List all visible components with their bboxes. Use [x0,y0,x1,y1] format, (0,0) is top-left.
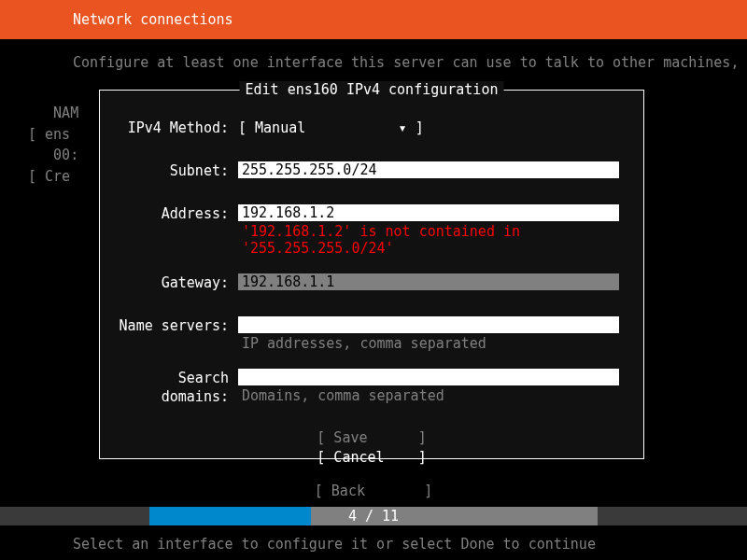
page-title: Network connections [73,11,233,28]
back-button[interactable]: [ Back ] [0,483,747,499]
cancel-button[interactable]: [ Cancel ] [317,448,426,468]
header-bar: Network connections [0,0,747,39]
bg-line: [ ens [28,124,78,146]
nameservers-hint: IP addresses, comma separated [238,333,630,352]
subnet-label: Subnet: [113,161,238,180]
ipv4-config-dialog: Edit ens160 IPv4 configuration IPv4 Meth… [99,90,644,459]
background-interface-list: NAM [ ens 00: [ Cre [28,103,78,187]
nameservers-input[interactable] [238,316,619,333]
gateway-label: Gateway: [113,273,238,292]
save-button[interactable]: [ Save ] [317,428,426,448]
address-error: '192.168.1.2' is not contained in '255.2… [238,221,630,257]
address-label: Address: [113,204,238,223]
searchdomains-hint: Domains, comma separated [238,385,630,404]
nameservers-label: Name servers: [113,316,238,335]
progress-text: 4 / 11 [0,508,747,525]
bg-line: [ Cre [28,166,78,188]
searchdomains-label: Search domains: [113,369,238,406]
footer-hint: Select an interface to configure it or s… [73,536,596,553]
bg-line: 00: [28,145,78,166]
address-input[interactable]: 192.168.1.2 [238,204,619,221]
method-label: IPv4 Method: [113,119,238,137]
subnet-input[interactable]: 255.255.255.0/24 [238,161,619,178]
dialog-title: Edit ens160 IPv4 configuration [240,81,504,98]
progress-area: 4 / 11 [0,507,747,525]
searchdomains-input[interactable] [238,369,619,385]
instruction-text: Configure at least one interface this se… [0,39,747,71]
method-select[interactable]: [ Manual ▾ ] [238,119,424,136]
gateway-input[interactable]: 192.168.1.1 [238,273,619,290]
bg-line: NAM [28,103,78,124]
